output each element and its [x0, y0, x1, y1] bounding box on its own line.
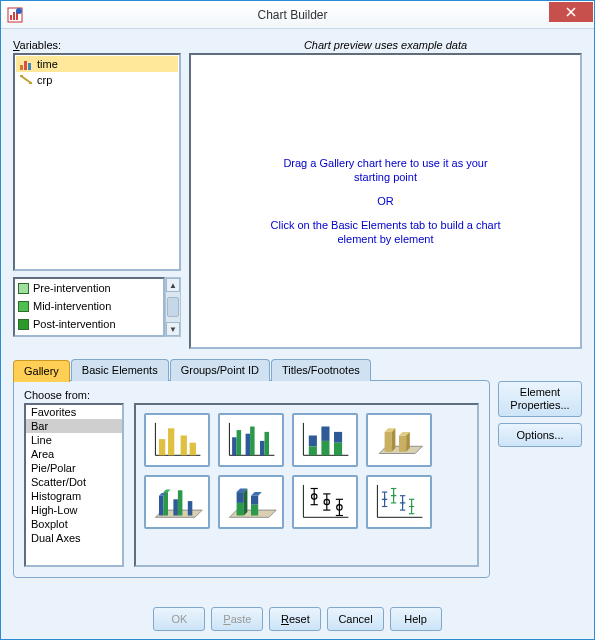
svg-rect-37 — [399, 436, 406, 452]
thumb-simple-error-bar[interactable] — [292, 475, 358, 529]
svg-rect-34 — [385, 432, 392, 452]
nominal-icon — [19, 57, 33, 71]
svg-marker-52 — [244, 489, 248, 516]
variables-list[interactable]: time crp — [13, 53, 181, 271]
scroll-down-button[interactable]: ▼ — [166, 322, 180, 336]
chart-preview-dropzone[interactable]: Drag a Gallery chart here to use it as y… — [189, 53, 582, 349]
gallery-tab-body: Choose from: Favorites Bar Line Area Pie… — [13, 380, 490, 578]
category-label: Pre-intervention — [33, 282, 111, 294]
svg-line-8 — [21, 76, 31, 83]
thumb-3d-bar[interactable] — [366, 413, 432, 467]
preview-text: Drag a Gallery chart here to use it as y… — [283, 157, 487, 169]
category-label: Post-intervention — [33, 318, 116, 330]
svg-marker-47 — [164, 489, 171, 492]
preview-text: OR — [377, 195, 394, 207]
categories-list[interactable]: Pre-intervention Mid-intervention Post-i… — [13, 277, 165, 337]
preview-text: starting point — [354, 171, 417, 183]
svg-rect-45 — [188, 501, 193, 515]
reset-button[interactable]: Reset — [269, 607, 321, 631]
choose-from-label: Choose from: — [24, 389, 479, 401]
category-item[interactable]: Post-intervention — [15, 315, 163, 333]
close-button[interactable] — [549, 2, 593, 22]
svg-rect-20 — [237, 430, 242, 455]
titlebar: Chart Builder — [1, 1, 594, 29]
right-sidebar: Element Properties... Options... — [498, 359, 582, 599]
svg-point-4 — [16, 8, 22, 14]
chart-type-list[interactable]: Favorites Bar Line Area Pie/Polar Scatte… — [24, 403, 124, 567]
svg-rect-21 — [246, 434, 251, 456]
svg-rect-13 — [159, 439, 165, 455]
scroll-thumb[interactable] — [167, 297, 179, 317]
thumb-stacked-3d-bar[interactable] — [218, 475, 284, 529]
svg-rect-5 — [20, 65, 23, 70]
category-item[interactable]: Pre-intervention — [15, 279, 163, 297]
scroll-up-button[interactable]: ▲ — [166, 278, 180, 292]
svg-rect-1 — [10, 15, 12, 20]
app-icon — [7, 7, 23, 23]
tab-titles-footnotes[interactable]: Titles/Footnotes — [271, 359, 371, 381]
svg-rect-32 — [334, 443, 342, 456]
chart-type-bar[interactable]: Bar — [26, 419, 122, 433]
svg-rect-15 — [181, 436, 187, 456]
cancel-button[interactable]: Cancel — [327, 607, 383, 631]
element-properties-button[interactable]: Element Properties... — [498, 381, 582, 417]
thumb-clustered-bar[interactable] — [218, 413, 284, 467]
svg-rect-7 — [28, 63, 31, 70]
category-swatch-icon — [18, 319, 29, 330]
svg-rect-50 — [237, 503, 244, 516]
chart-builder-dialog: Chart Builder Variables: time — [0, 0, 595, 640]
thumb-clustered-error-bar[interactable] — [366, 475, 432, 529]
svg-rect-10 — [29, 82, 32, 84]
dialog-body: Variables: time crp — [1, 29, 594, 639]
chart-type-pie-polar[interactable]: Pie/Polar — [26, 461, 122, 475]
svg-rect-53 — [251, 496, 258, 505]
tab-bar: Gallery Basic Elements Groups/Point ID T… — [13, 359, 490, 381]
preview-text: element by element — [338, 233, 434, 245]
help-button[interactable]: Help — [390, 607, 442, 631]
chart-type-scatter-dot[interactable]: Scatter/Dot — [26, 475, 122, 489]
variable-name: crp — [37, 74, 52, 86]
gallery-section: Gallery Basic Elements Groups/Point ID T… — [13, 359, 582, 599]
chart-type-line[interactable]: Line — [26, 433, 122, 447]
svg-rect-31 — [334, 432, 342, 443]
tab-gallery[interactable]: Gallery — [13, 360, 70, 382]
chart-type-high-low[interactable]: High-Low — [26, 503, 122, 517]
svg-rect-49 — [237, 492, 244, 503]
svg-rect-30 — [321, 441, 329, 455]
variable-name: time — [37, 58, 58, 70]
variable-item-time[interactable]: time — [16, 56, 178, 72]
preview-text: Click on the Basic Elements tab to build… — [271, 219, 501, 231]
variable-item-crp[interactable]: crp — [16, 72, 178, 88]
svg-rect-27 — [309, 436, 317, 447]
svg-rect-41 — [159, 496, 164, 516]
svg-rect-6 — [24, 61, 27, 70]
svg-rect-43 — [173, 499, 178, 515]
svg-rect-22 — [250, 427, 255, 456]
paste-button[interactable]: Paste — [211, 607, 263, 631]
preview-label: Chart preview uses example data — [189, 39, 582, 51]
thumb-simple-bar[interactable] — [144, 413, 210, 467]
options-button[interactable]: Options... — [498, 423, 582, 447]
svg-marker-55 — [251, 492, 262, 496]
scale-icon — [19, 73, 33, 87]
svg-rect-23 — [260, 441, 265, 455]
thumb-clustered-3d-bar[interactable] — [144, 475, 210, 529]
chart-type-boxplot[interactable]: Boxplot — [26, 517, 122, 531]
top-row: Variables: time crp — [13, 39, 582, 349]
chart-type-dual-axes[interactable]: Dual Axes — [26, 531, 122, 545]
tab-groups-point-id[interactable]: Groups/Point ID — [170, 359, 270, 381]
thumb-stacked-bar[interactable] — [292, 413, 358, 467]
variables-label: Variables: — [13, 39, 181, 51]
chart-type-area[interactable]: Area — [26, 447, 122, 461]
ok-button[interactable]: OK — [153, 607, 205, 631]
category-swatch-icon — [18, 283, 29, 294]
category-label: Mid-intervention — [33, 300, 111, 312]
svg-rect-28 — [309, 446, 317, 455]
button-row: OK Paste Reset Cancel Help — [13, 599, 582, 631]
chart-type-histogram[interactable]: Histogram — [26, 489, 122, 503]
chart-type-favorites[interactable]: Favorites — [26, 405, 122, 419]
category-item[interactable]: Mid-intervention — [15, 297, 163, 315]
svg-rect-54 — [251, 505, 258, 516]
categories-scrollbar[interactable]: ▲ ▼ — [165, 277, 181, 337]
tab-basic-elements[interactable]: Basic Elements — [71, 359, 169, 381]
